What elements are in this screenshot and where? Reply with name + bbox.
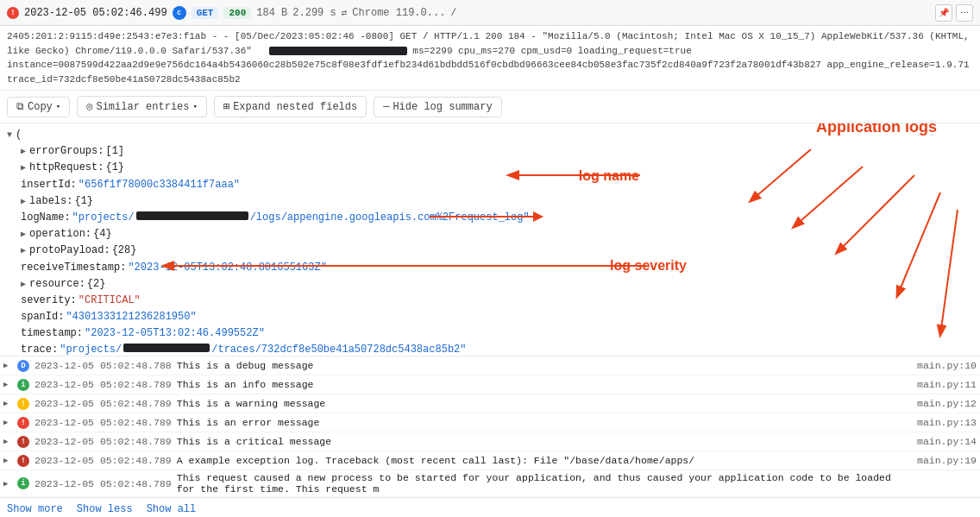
- hide-icon: —: [383, 101, 389, 113]
- log-entry[interactable]: ▶ i 2023-12-05 05:02:48.789 This request…: [0, 470, 980, 497]
- expand-icon[interactable]: ▶: [3, 479, 12, 489]
- redacted-trace-project: [123, 344, 210, 352]
- entry-file: main.py:19: [899, 455, 977, 466]
- expand-nested-button[interactable]: ⊞ Expand nested fields: [214, 96, 367, 117]
- entry-timestamp: 2023-12-05 05:02:48.789: [35, 478, 172, 489]
- json-root-open: ▼ (: [7, 127, 973, 143]
- json-log-name: logName: "projects//logs/appengine.googl…: [7, 210, 973, 226]
- json-resource: ▶ resource: {2}: [7, 276, 973, 293]
- expand-icon[interactable]: ▶: [21, 145, 26, 159]
- copy-label: Copy: [28, 101, 53, 113]
- severity-icon-debug: D: [17, 360, 29, 372]
- entry-file: main.py:14: [899, 436, 977, 447]
- entry-file: main.py:13: [899, 417, 977, 428]
- json-proto-payload: ▶ protoPayload: {28}: [7, 243, 973, 259]
- entry-timestamp: 2023-12-05 05:02:48.789: [35, 455, 172, 466]
- entry-file: main.py:11: [899, 379, 977, 390]
- chrome-icon: C: [173, 6, 186, 20]
- entry-message: This request caused a new process to be …: [177, 472, 894, 495]
- redacted-host: [269, 47, 407, 55]
- severity-icon-critical: !: [17, 455, 29, 467]
- expand-icon[interactable]: ▶: [3, 399, 12, 408]
- entry-message: This is an error message: [177, 417, 894, 428]
- entry-timestamp: 2023-12-05 05:02:48.789: [35, 379, 172, 390]
- similar-icon: ◎: [86, 100, 92, 113]
- log-meta-line4: trace_id=732dcf8e50be41a50728dc5438ac85b…: [7, 73, 973, 87]
- expand-icon[interactable]: ▶: [21, 195, 26, 209]
- severity-icon-critical: !: [17, 436, 29, 448]
- transfer-icon: ⇄: [342, 7, 348, 18]
- show-all-button[interactable]: Show all: [147, 503, 197, 515]
- http-status-badge: 200: [223, 7, 251, 19]
- json-labels: ▶ labels: {1}: [7, 193, 973, 210]
- similar-chevron-icon: ▾: [193, 102, 198, 111]
- entry-message: A example exception log. Traceback (most…: [177, 455, 894, 466]
- root-collapse-icon[interactable]: ▼: [7, 129, 12, 142]
- expand-icon[interactable]: ▶: [21, 244, 26, 258]
- log-timestamp: 2023-12-05 05:02:46.499: [24, 7, 167, 19]
- top-bar: ! 2023-12-05 05:02:46.499 C GET 200 184 …: [0, 0, 980, 26]
- entry-timestamp: 2023-12-05 05:02:48.788: [35, 360, 172, 371]
- log-meta: 2405:201:2:9115:d49e:2543:e7e3:f1ab - - …: [0, 26, 980, 91]
- entry-file: main.py:12: [899, 398, 977, 409]
- more-options-button[interactable]: ⋯: [956, 4, 973, 22]
- expand-icon[interactable]: ▶: [3, 380, 12, 389]
- entry-message: This is a debug message: [177, 360, 894, 371]
- show-footer: Show more Show less Show all: [0, 497, 980, 517]
- json-severity: severity: "CRITICAL": [7, 293, 973, 309]
- expand-icon[interactable]: ▶: [21, 161, 26, 175]
- copy-button[interactable]: ⧉ Copy ▾: [7, 97, 70, 117]
- entry-file: main.py:10: [899, 360, 977, 371]
- log-entry[interactable]: ▶ ! 2023-12-05 05:02:48.789 This is a cr…: [0, 432, 980, 451]
- similar-label: Similar entries: [96, 101, 189, 113]
- expand-icon[interactable]: ▶: [3, 437, 12, 446]
- json-span-id: spanId: "4301333121236281950": [7, 309, 973, 325]
- json-viewer: ▼ ( ▶ errorGroups: [1] ▶ httpRequest: {1…: [0, 123, 980, 356]
- copy-chevron-icon: ▾: [56, 102, 60, 111]
- severity-icon-info: i: [17, 379, 29, 391]
- entry-message: This is a warning message: [177, 398, 894, 409]
- top-bar-left: ! 2023-12-05 05:02:46.499 C GET 200 184 …: [7, 6, 457, 20]
- log-entries-list: ▶ D 2023-12-05 05:02:48.788 This is a de…: [0, 356, 980, 497]
- json-receive-timestamp: receiveTimestamp: "2023-12-05T13:02:48.8…: [7, 260, 973, 276]
- show-less-button[interactable]: Show less: [77, 503, 133, 515]
- similar-entries-button[interactable]: ◎ Similar entries ▾: [77, 96, 207, 117]
- entry-timestamp: 2023-12-05 05:02:48.789: [35, 436, 172, 447]
- log-entry[interactable]: ▶ i 2023-12-05 05:02:48.789 This is an i…: [0, 375, 980, 394]
- expand-icon[interactable]: ▶: [3, 456, 12, 465]
- json-trace: trace: "projects//traces/732dcf8e50be41a…: [7, 342, 973, 356]
- severity-icon-info: i: [17, 477, 29, 489]
- json-error-groups: ▶ errorGroups: [1]: [7, 143, 973, 160]
- toolbar: ⧉ Copy ▾ ◎ Similar entries ▾ ⊞ Expand ne…: [0, 91, 980, 123]
- json-operation: ▶ operation: {4}: [7, 226, 973, 243]
- pin-button[interactable]: 📌: [935, 4, 952, 22]
- hide-log-summary-button[interactable]: — Hide log summary: [374, 97, 501, 117]
- path-separator: /: [450, 7, 456, 19]
- expand-icon[interactable]: ▶: [3, 361, 12, 370]
- hide-label: Hide log summary: [393, 101, 492, 113]
- redacted-project-id: [136, 211, 248, 220]
- json-timestamp: timestamp: "2023-12-05T13:02:46.499552Z": [7, 325, 973, 342]
- log-entry[interactable]: ▶ ! 2023-12-05 05:02:48.789 A example ex…: [0, 451, 980, 470]
- show-more-button[interactable]: Show more: [7, 503, 63, 515]
- log-meta-line1: 2405:201:2:9115:d49e:2543:e7e3:f1ab - - …: [7, 29, 973, 58]
- log-entry[interactable]: ▶ ! 2023-12-05 05:02:48.789 This is an e…: [0, 413, 980, 432]
- log-entry[interactable]: ▶ ! 2023-12-05 05:02:48.789 This is a wa…: [0, 394, 980, 413]
- severity-icon-warning: !: [17, 398, 29, 410]
- error-severity-icon: !: [7, 7, 19, 19]
- entry-message: This is an info message: [177, 379, 894, 390]
- severity-icon-error: !: [17, 417, 29, 429]
- browser-info: Chrome 119.0...: [352, 7, 445, 19]
- expand-icon[interactable]: ▶: [21, 278, 26, 292]
- entry-timestamp: 2023-12-05 05:02:48.789: [35, 417, 172, 428]
- json-http-request: ▶ httpRequest: {1}: [7, 160, 973, 176]
- expand-icon[interactable]: ▶: [21, 228, 26, 242]
- http-method-badge: GET: [192, 7, 219, 19]
- top-bar-actions: 📌 ⋯: [935, 4, 973, 22]
- entry-timestamp: 2023-12-05 05:02:48.789: [35, 398, 172, 409]
- json-insert-id: insertId: "656f1f78000c3384411f7aaa": [7, 177, 973, 193]
- expand-label: Expand nested fields: [233, 101, 357, 113]
- expand-icon[interactable]: ▶: [3, 418, 12, 427]
- log-entry[interactable]: ▶ D 2023-12-05 05:02:48.788 This is a de…: [0, 356, 980, 375]
- entry-message: This is a critical message: [177, 436, 894, 447]
